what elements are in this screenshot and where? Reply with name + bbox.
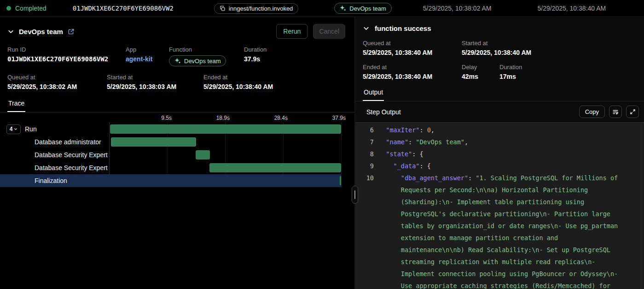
step-output-title: Step Output (366, 108, 401, 116)
collapse-run-chevron-icon[interactable] (7, 28, 14, 35)
duration-value: 37.9s (244, 55, 267, 63)
collapse-step-chevron-icon[interactable] (363, 25, 370, 32)
trace-row-timeline (109, 136, 341, 148)
queued-at-label: Queued at (7, 74, 107, 81)
function-badge[interactable]: DevOps team (334, 3, 391, 14)
topbar-ended-timestamp: 5/29/2025, 10:38:40 AM (538, 5, 606, 12)
step-delay-label: Delay (462, 64, 499, 71)
tab-output[interactable]: Output (363, 87, 384, 101)
trace-row-timeline (109, 123, 341, 136)
topbar-queued-timestamp: 5/29/2025, 10:38:02 AM (423, 5, 492, 12)
axis-tick-label: 37.9s (332, 115, 346, 121)
expand-icon (630, 109, 636, 115)
rerun-button[interactable]: Rerun (276, 24, 307, 39)
step-started-value: 5/29/2025, 10:38:40 AM (462, 49, 531, 56)
trace-row[interactable]: Database Security Expert (0, 161, 341, 174)
run-title: DevOps team (19, 28, 63, 35)
function-value-label: DevOps team (184, 58, 220, 65)
trace-span-bar[interactable] (196, 150, 210, 159)
queued-at-value: 5/29/2025, 10:38:02 AM (7, 83, 107, 90)
run-status: Completed (6, 5, 46, 12)
external-link-icon[interactable] (68, 28, 75, 35)
trace-row-label: Database administrator (0, 138, 109, 146)
trace-span-bar[interactable] (110, 124, 341, 134)
trace-span-bar[interactable] (209, 163, 341, 172)
step-started-label: Started at (462, 40, 531, 47)
word-wrap-button[interactable] (609, 106, 622, 118)
step-queued-label: Queued at (363, 40, 462, 47)
step-duration-value: 17ms (499, 73, 522, 80)
step-queued-value: 5/29/2025, 10:38:40 AM (363, 49, 462, 56)
trace-time-axis: 9.5s18.9s28.4s37.9s (109, 114, 341, 123)
copy-button[interactable]: Copy (579, 106, 605, 118)
code-line: 6"maxIter": 0, (355, 124, 644, 136)
trace-row-label: Finalization (0, 177, 109, 184)
trace-row[interactable]: 4Run (0, 123, 341, 136)
step-details-panel: function success Queued at 5/29/2025, 10… (354, 17, 644, 289)
panel-resize-handle[interactable] (352, 186, 358, 204)
run-id-value: 01JWDK1XE6C270F6YE69086VW2 (7, 55, 126, 63)
step-delay-value: 42ms (462, 73, 499, 80)
function-label: Function (169, 46, 244, 53)
sparkles-icon (340, 5, 346, 12)
step-tabs: Output (355, 87, 644, 101)
chevron-down-icon (14, 127, 17, 131)
topbar: Completed 01JWDK1XE6C270F6YE69086VW2 inn… (0, 0, 644, 17)
trace-row-label: Database Security Expert (0, 164, 109, 171)
code-line: 8"state": { (355, 148, 644, 160)
event-badge[interactable]: inngest/function.invoked (214, 3, 298, 14)
run-details-panel: DevOps team Rerun Cancel Run ID 01JWDK1X… (0, 17, 354, 289)
line-number: 10 (355, 172, 374, 289)
trace-span-bar[interactable] (111, 137, 196, 147)
code-line-text: "_data": { (374, 160, 644, 172)
line-number: 6 (355, 124, 374, 136)
event-badge-label: inngest/function.invoked (229, 5, 293, 12)
axis-tick-label: 9.5s (161, 115, 172, 121)
line-number: 8 (355, 148, 374, 160)
started-at-value: 5/29/2025, 10:38:03 AM (107, 83, 203, 90)
expand-button[interactable] (626, 106, 639, 118)
code-line: 7"name": "DevOps team", (355, 136, 644, 148)
trace-row-label: Database Security Expert (0, 151, 109, 159)
code-line-text: "name": "DevOps team", (374, 136, 644, 148)
step-ended-value: 5/29/2025, 10:38:40 AM (363, 73, 462, 80)
line-number: 9 (355, 160, 374, 172)
function-badge-label: DevOps team (349, 5, 386, 12)
trace-row[interactable]: Finalization (0, 174, 341, 187)
trace-row-timeline (109, 174, 341, 187)
tab-trace[interactable]: Trace (7, 98, 25, 112)
duration-label: Duration (244, 46, 267, 53)
trace-row[interactable]: Database Security Expert (0, 148, 341, 161)
step-title: function success (375, 24, 431, 32)
step-duration-label: Duration (499, 64, 522, 71)
trace-row[interactable]: Database administrator (0, 136, 341, 148)
code-line: 9"_data": { (355, 160, 644, 172)
trace-timeline: 9.5s18.9s28.4s37.9s 4RunDatabase adminis… (0, 114, 341, 187)
expand-steps-dropdown[interactable]: 4 (6, 124, 21, 134)
step-output-header: Step Output Copy (355, 101, 644, 122)
word-wrap-icon (612, 109, 619, 115)
code-line-text: "maxIter": 0, (374, 124, 644, 136)
code-line-text: "dba_agent_answer": "1. Scaling PostgreS… (374, 172, 644, 289)
axis-tick-label: 28.4s (274, 115, 288, 121)
ended-at-value: 5/29/2025, 10:38:40 AM (203, 83, 273, 90)
step-ended-label: Ended at (363, 64, 462, 71)
axis-tick-label: 18.9s (216, 115, 230, 121)
topbar-run-id: 01JWDK1XE6C270F6YE69086VW2 (73, 5, 174, 12)
trace-row-label: 4Run (0, 124, 109, 134)
trace-span-bar[interactable] (340, 176, 341, 185)
app-window: Completed 01JWDK1XE6C270F6YE69086VW2 inn… (0, 0, 644, 289)
status-dot-icon (6, 6, 11, 11)
app-link[interactable]: agent-kit (126, 55, 152, 63)
step-output-code[interactable]: 6"maxIter": 0,7"name": "DevOps team",8"s… (355, 122, 644, 289)
run-tabs: Trace (0, 98, 354, 112)
ended-at-label: Ended at (203, 74, 273, 81)
code-line: 10"dba_agent_answer": "1. Scaling Postgr… (355, 172, 644, 289)
trace-row-timeline (109, 161, 341, 174)
trace-row-timeline (109, 148, 341, 161)
started-at-label: Started at (107, 74, 203, 81)
status-label: Completed (15, 5, 46, 12)
code-line-text: "state": { (374, 148, 644, 160)
cancel-button: Cancel (313, 24, 345, 39)
function-value-badge[interactable]: DevOps team (169, 55, 226, 66)
